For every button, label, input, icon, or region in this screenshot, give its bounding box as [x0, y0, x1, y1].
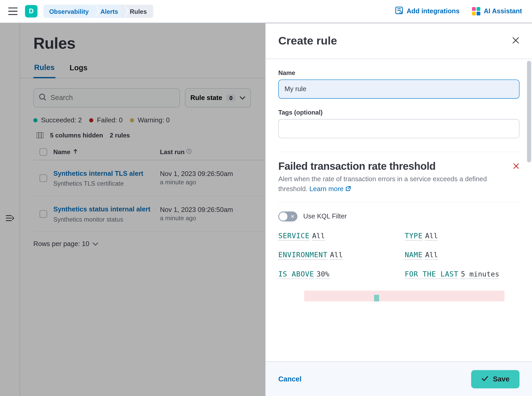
rule-name-link[interactable]: Synthetics internal TLS alert — [53, 170, 143, 177]
breadcrumb: Observability Alerts Rules — [43, 5, 153, 18]
param-for-the-last[interactable]: FOR THE LAST5 minutes — [405, 270, 519, 278]
flyout-close-button[interactable] — [512, 37, 519, 46]
status-succeeded-count: 2 — [78, 117, 82, 124]
info-icon — [186, 148, 192, 155]
ai-assistant-icon — [472, 7, 480, 15]
breadcrumb-observability[interactable]: Observability — [43, 5, 95, 18]
rule-type-text: Synthetics monitor status — [53, 216, 157, 223]
create-rule-flyout: Create rule Name Tags (optional) Failed … — [265, 23, 532, 396]
status-succeeded-label: Succeeded: — [41, 117, 76, 124]
status-failed-count: 0 — [119, 117, 122, 124]
rule-type-description: Alert when the rate of transaction error… — [278, 174, 508, 194]
columns-hidden-text: 5 columns hidden — [50, 131, 103, 139]
remove-rule-type-button[interactable] — [513, 160, 519, 171]
row-checkbox[interactable] — [40, 174, 47, 182]
sidebar-rail — [0, 23, 20, 396]
flyout-footer: Cancel Save — [266, 361, 532, 396]
add-integrations-label: Add integrations — [407, 8, 460, 15]
add-integrations-button[interactable]: Add integrations — [392, 4, 463, 19]
threshold-preview-chart — [304, 291, 504, 301]
rule-name-input[interactable] — [278, 79, 519, 99]
param-service[interactable]: SERVICEAll — [278, 231, 393, 240]
columns-icon[interactable] — [37, 132, 44, 138]
rules-count-text: 2 rules — [110, 131, 130, 139]
ai-assistant-label: AI Assistant — [484, 8, 522, 15]
svg-rect-3 — [37, 132, 44, 138]
search-box[interactable] — [33, 88, 180, 108]
integrations-icon — [395, 6, 403, 16]
kql-filter-toggle[interactable]: ✕ — [278, 211, 298, 221]
chevron-down-icon — [240, 94, 245, 102]
rule-params: SERVICEAll TYPEAll ENVIRONMENTAll NAMEAl… — [278, 231, 519, 278]
scrollbar-thumb[interactable] — [527, 61, 531, 162]
expand-icon — [6, 215, 14, 223]
space-avatar-initial: D — [29, 8, 34, 15]
expand-sidebar-button[interactable] — [6, 41, 14, 396]
status-warning-label: Warning: — [138, 117, 164, 124]
select-all-checkbox[interactable] — [40, 148, 47, 155]
tags-field-label: Tags (optional) — [278, 109, 519, 116]
name-field-label: Name — [278, 69, 519, 76]
param-name[interactable]: NAMEAll — [405, 250, 519, 259]
space-avatar[interactable]: D — [25, 5, 38, 17]
global-header: D Observability Alerts Rules Add integra… — [0, 0, 532, 23]
external-link-icon — [345, 184, 351, 194]
status-dot-warning — [130, 118, 134, 122]
param-type[interactable]: TYPEAll — [405, 231, 519, 240]
tab-logs[interactable]: Logs — [69, 63, 88, 78]
rule-state-count: 0 — [226, 95, 236, 101]
check-icon — [481, 375, 489, 383]
column-header-name[interactable]: Name — [53, 148, 160, 155]
status-dot-failed — [89, 118, 94, 122]
kql-filter-label: Use KQL Filter — [303, 213, 347, 220]
rule-type-text: Synthetics TLS certificate — [53, 180, 157, 187]
chart-bar — [374, 295, 379, 301]
status-warning-count: 0 — [166, 117, 170, 124]
divider — [278, 202, 519, 202]
divider — [278, 152, 519, 152]
toggle-off-icon: ✕ — [290, 213, 295, 220]
tab-rules[interactable]: Rules — [33, 63, 55, 78]
save-button-label: Save — [493, 375, 509, 383]
flyout-title: Create rule — [278, 35, 337, 48]
close-icon — [512, 37, 519, 46]
status-dot-succeeded — [33, 118, 38, 122]
search-icon — [39, 93, 46, 102]
chevron-down-icon — [92, 240, 98, 248]
ai-assistant-button[interactable]: AI Assistant — [469, 5, 525, 18]
cancel-button[interactable]: Cancel — [278, 375, 301, 383]
hamburger-icon — [8, 8, 17, 15]
sort-asc-icon — [73, 148, 78, 155]
status-failed-label: Failed: — [97, 117, 117, 124]
save-button[interactable]: Save — [471, 370, 519, 388]
param-is-above[interactable]: IS ABOVE30% — [278, 270, 393, 278]
search-input[interactable] — [50, 94, 175, 102]
rule-type-title: Failed transaction rate threshold — [278, 160, 508, 172]
nav-toggle-button[interactable] — [7, 6, 19, 17]
svg-point-5 — [189, 150, 189, 151]
close-icon — [513, 163, 519, 171]
rows-per-page-label: Rows per page: 10 — [33, 240, 89, 248]
svg-rect-6 — [189, 151, 189, 153]
tags-input[interactable] — [278, 119, 519, 138]
svg-point-2 — [40, 94, 45, 99]
rule-name-link[interactable]: Synthetics status internal alert — [53, 206, 151, 213]
param-environment[interactable]: ENVIRONMENTAll — [278, 250, 393, 259]
rule-state-label: Rule state — [190, 94, 222, 102]
learn-more-link[interactable]: Learn more — [310, 185, 351, 192]
rule-state-filter[interactable]: Rule state 0 — [185, 88, 251, 108]
row-checkbox[interactable] — [40, 210, 47, 218]
